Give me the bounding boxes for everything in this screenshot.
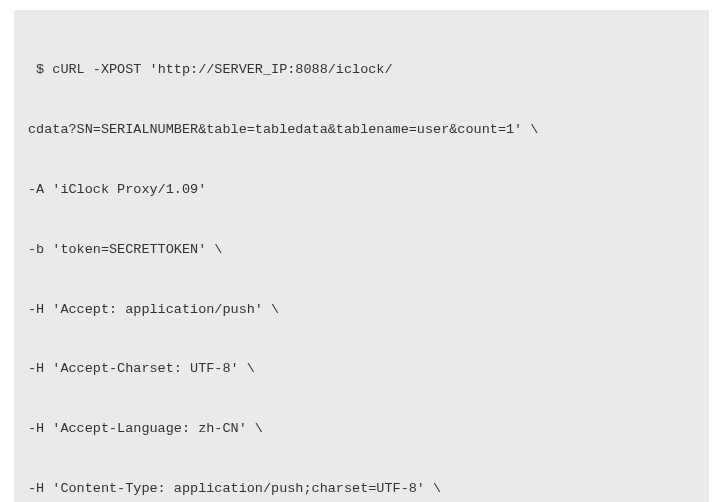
code-line: -H 'Accept-Language: zh-CN' \ xyxy=(28,419,695,439)
code-line: -A 'iClock Proxy/1.09' xyxy=(28,180,695,200)
code-line: $ cURL -XPOST 'http://SERVER_IP:8088/icl… xyxy=(28,60,695,80)
code-line: -H 'Accept: application/push' \ xyxy=(28,300,695,320)
code-line: -H 'Accept-Charset: UTF-8' \ xyxy=(28,359,695,379)
code-line: -H 'Content-Type: application/push;chars… xyxy=(28,479,695,499)
code-block-1: $ cURL -XPOST 'http://SERVER_IP:8088/icl… xyxy=(14,10,709,502)
code-line: cdata?SN=SERIALNUMBER&table=tabledata&ta… xyxy=(28,120,695,140)
code-line: -b 'token=SECRETTOKEN' \ xyxy=(28,240,695,260)
